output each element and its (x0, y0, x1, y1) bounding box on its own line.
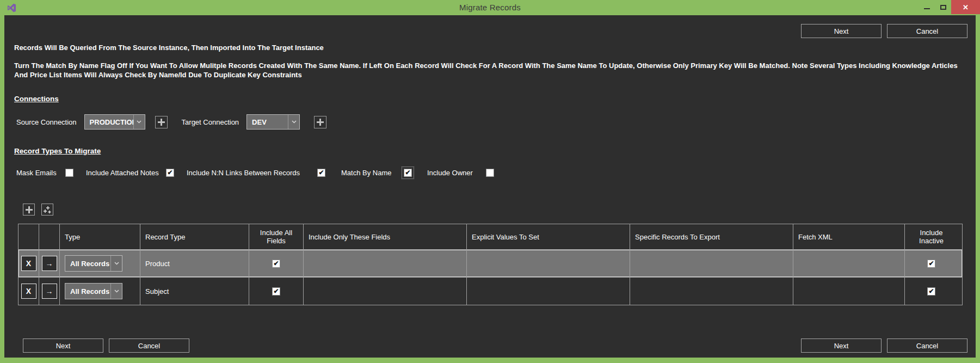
minimize-icon (924, 8, 930, 9)
next-button-bottom-right[interactable]: Next (801, 339, 882, 353)
type-value: All Records (65, 284, 110, 299)
fetch-xml-cell[interactable] (793, 250, 905, 277)
type-value: All Records (65, 256, 110, 271)
type-cell: All Records (60, 250, 140, 277)
top-actions: Next Cancel (801, 24, 967, 38)
header-fetch-xml: Fetch XML (793, 224, 905, 249)
add-target-connection-button[interactable] (314, 116, 326, 128)
include-only-these-fields-cell[interactable] (304, 278, 467, 305)
table-row[interactable]: X → All Records Subject (19, 277, 962, 305)
intro-description: Turn The Match By Name Flag Off If You W… (14, 61, 969, 79)
next-button-top[interactable]: Next (801, 24, 882, 38)
header-include-inactive: Include Inactive (905, 224, 958, 249)
header-include-only-these-fields: Include Only These Fields (304, 224, 467, 249)
target-connection-select[interactable]: DEV (246, 114, 300, 130)
delete-row-button[interactable]: X (21, 284, 36, 299)
delete-cell: X (19, 250, 39, 277)
option-label: Include Owner (427, 169, 473, 177)
maximize-button[interactable] (935, 0, 951, 14)
cancel-button-bottom-right[interactable]: Cancel (887, 339, 967, 353)
plus-icon (26, 206, 33, 213)
chevron-down-icon (133, 115, 145, 129)
type-select[interactable]: All Records (65, 255, 122, 272)
minimize-button[interactable] (919, 0, 935, 14)
record-type-cell: Product (140, 250, 249, 277)
record-types-heading: Record Types To Migrate (14, 147, 101, 155)
header-delete (19, 224, 39, 249)
option-label: Mask Emails (16, 169, 57, 177)
window-controls: ✕ (919, 0, 980, 14)
header-open (39, 224, 60, 249)
cancel-button-top[interactable]: Cancel (887, 24, 967, 38)
option-include-owner: Include Owner (427, 167, 494, 179)
open-cell: → (39, 250, 60, 277)
fetch-xml-cell[interactable] (793, 278, 905, 305)
open-row-button[interactable]: → (42, 256, 57, 271)
include-all-fields-cell (249, 250, 304, 277)
include-inactive-cell (905, 250, 958, 277)
record-types-table: Type Record Type Include All Fields Incl… (18, 224, 963, 305)
bottom-right-actions: Next Cancel (801, 339, 967, 353)
titlebar[interactable]: Migrate Records ✕ (0, 0, 980, 15)
option-label: Include Attached Notes (86, 169, 159, 177)
include-attached-notes-checkbox[interactable] (166, 169, 174, 177)
type-select[interactable]: All Records (65, 283, 122, 299)
open-row-button[interactable]: → (42, 284, 57, 299)
header-type: Type (60, 224, 140, 249)
window-frame: Migrate Records ✕ Next Cancel Records Wi… (0, 0, 980, 363)
dialog-content: Next Cancel Records Will Be Queried From… (4, 15, 976, 358)
plus-icon (317, 119, 324, 126)
chevron-down-icon (110, 256, 122, 271)
maximize-icon (940, 5, 946, 10)
chevron-down-icon (288, 115, 299, 129)
type-cell: All Records (60, 278, 140, 305)
include-all-fields-checkbox[interactable] (272, 287, 280, 296)
header-specific-records-to-export: Specific Records To Export (630, 224, 793, 249)
include-all-fields-checkbox[interactable] (272, 260, 280, 268)
header-explicit-values-to-set: Explicit Values To Set (467, 224, 630, 249)
include-nn-links-checkbox[interactable] (317, 169, 325, 177)
target-connection-value: DEV (247, 115, 288, 129)
source-connection-label: Source Connection (16, 118, 77, 126)
plus-icon (158, 119, 165, 126)
source-connection-value: PRODUCTION (85, 115, 133, 129)
add-record-type-button[interactable] (23, 204, 35, 216)
table-toolbar (23, 204, 53, 216)
visual-studio-icon (7, 3, 16, 13)
header-record-type: Record Type (140, 224, 249, 249)
mask-emails-checkbox[interactable] (65, 169, 73, 177)
multi-plus-icon (44, 206, 51, 213)
connections-row: Source Connection PRODUCTION Target Conn… (16, 114, 326, 130)
include-inactive-checkbox[interactable] (927, 287, 935, 296)
specific-records-to-export-cell[interactable] (630, 278, 793, 305)
include-owner-checkbox[interactable] (486, 169, 494, 177)
bottom-left-actions: Next Cancel (23, 339, 189, 353)
cancel-button-bottom-left[interactable]: Cancel (109, 339, 189, 353)
next-button-bottom-left[interactable]: Next (23, 339, 103, 353)
delete-row-button[interactable]: X (21, 256, 36, 271)
delete-cell: X (19, 278, 39, 305)
header-include-all-fields: Include All Fields (249, 224, 304, 249)
option-include-nn-links: Include N:N Links Between Records (187, 167, 325, 179)
chevron-down-icon (110, 284, 122, 299)
add-multiple-record-types-button[interactable] (41, 204, 53, 216)
table-row[interactable]: X → All Records Product (19, 249, 962, 277)
include-only-these-fields-cell[interactable] (304, 250, 467, 277)
specific-records-to-export-cell[interactable] (630, 250, 793, 277)
match-by-name-checkbox[interactable] (404, 169, 412, 177)
explicit-values-to-set-cell[interactable] (467, 250, 630, 277)
close-icon: ✕ (963, 3, 969, 11)
include-inactive-checkbox[interactable] (927, 260, 935, 268)
add-source-connection-button[interactable] (155, 116, 168, 128)
include-all-fields-cell (249, 278, 304, 305)
migration-options-row: Mask Emails Include Attached Notes Inclu… (4, 167, 976, 180)
connections-heading: Connections (14, 95, 59, 103)
option-label: Match By Name (341, 169, 391, 177)
option-label: Include N:N Links Between Records (187, 169, 300, 177)
target-connection-label: Target Connection (182, 118, 239, 126)
source-connection-select[interactable]: PRODUCTION (84, 114, 145, 130)
option-mask-emails: Mask Emails (16, 167, 73, 179)
option-include-attached-notes: Include Attached Notes (86, 167, 174, 179)
close-button[interactable]: ✕ (951, 0, 980, 14)
explicit-values-to-set-cell[interactable] (467, 278, 630, 305)
